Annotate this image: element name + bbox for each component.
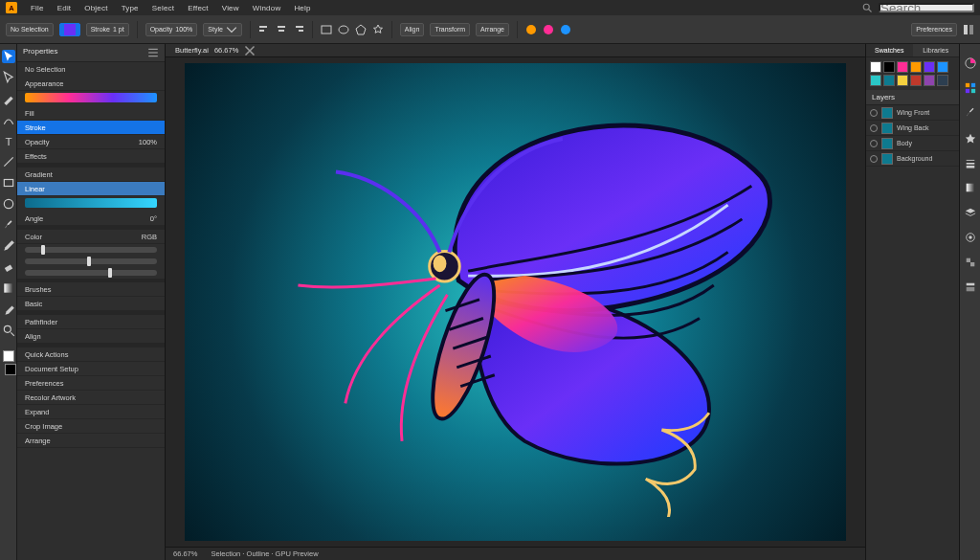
- fill-row[interactable]: Fill: [17, 106, 165, 121]
- symbols-panel-icon[interactable]: [965, 132, 976, 144]
- panel-menu-icon[interactable]: [147, 47, 159, 58]
- search-input[interactable]: [879, 3, 974, 12]
- qa-arrange[interactable]: Arrange: [17, 434, 165, 448]
- menu-effect[interactable]: Effect: [188, 4, 209, 12]
- layers-header[interactable]: Layers: [866, 90, 959, 105]
- tool-zoom[interactable]: [2, 324, 15, 337]
- tool-eyedropper[interactable]: [2, 302, 15, 316]
- arrange-chip[interactable]: Arrange: [476, 23, 509, 36]
- menu-select[interactable]: Select: [152, 4, 174, 12]
- quick-actions-header-row[interactable]: Quick Actions: [17, 347, 165, 362]
- swatch[interactable]: [910, 61, 922, 73]
- gradient-header-row[interactable]: Gradient: [17, 168, 165, 182]
- properties-panel-icon[interactable]: [965, 281, 976, 293]
- pathfinder-header-row[interactable]: Pathfinder: [17, 315, 165, 329]
- layer-row[interactable]: Background: [866, 151, 959, 167]
- qa-doc-setup[interactable]: Document Setup: [17, 362, 165, 376]
- document-tab[interactable]: Butterfly.ai 66.67%: [166, 44, 865, 57]
- close-tab-icon[interactable]: [244, 45, 256, 56]
- swatch[interactable]: [937, 61, 948, 73]
- swatch[interactable]: [870, 75, 881, 86]
- tab-libraries[interactable]: Libraries: [913, 44, 960, 56]
- layer-row[interactable]: Body: [866, 136, 959, 151]
- visibility-toggle-icon[interactable]: [870, 124, 878, 132]
- opacity-row[interactable]: Opacity100%: [17, 135, 165, 149]
- tool-pencil[interactable]: [2, 239, 15, 253]
- gradient-angle-row[interactable]: Angle0°: [17, 212, 165, 226]
- color-b-slider[interactable]: [25, 270, 157, 276]
- menu-window[interactable]: Window: [253, 4, 281, 12]
- swatch[interactable]: [897, 75, 908, 86]
- opacity-chip[interactable]: Opacity100%: [145, 23, 198, 36]
- visibility-toggle-icon[interactable]: [870, 140, 878, 147]
- workspace-switch-icon[interactable]: [963, 24, 974, 35]
- swatch[interactable]: [883, 61, 895, 73]
- align-left-icon[interactable]: [258, 24, 270, 35]
- align-center-icon[interactable]: [276, 24, 287, 35]
- align-header-row[interactable]: Align: [17, 329, 165, 344]
- gradient-preview-bar[interactable]: [25, 93, 157, 102]
- effects-row[interactable]: Effects: [17, 149, 165, 164]
- qa-recolor[interactable]: Recolor Artwork: [17, 391, 165, 405]
- shape-star-icon[interactable]: [372, 24, 384, 35]
- preferences-chip[interactable]: Preferences: [911, 23, 957, 36]
- swatch[interactable]: [897, 61, 908, 73]
- layer-row[interactable]: Wing Front: [866, 105, 959, 121]
- color-header-row[interactable]: ColorRGB: [17, 230, 165, 244]
- style-chip[interactable]: Style: [203, 23, 242, 36]
- tool-type[interactable]: T: [2, 134, 15, 147]
- qa-expand[interactable]: Expand: [17, 405, 165, 419]
- color-blue-icon[interactable]: [560, 24, 571, 35]
- layer-row[interactable]: Wing Back: [866, 121, 959, 136]
- tool-brush[interactable]: [2, 218, 15, 232]
- properties-panel-header[interactable]: Properties: [17, 44, 165, 62]
- swatches-panel-icon[interactable]: [965, 82, 976, 94]
- layers-panel-icon[interactable]: [965, 207, 976, 218]
- fill-swatch-chip[interactable]: [59, 23, 80, 36]
- swatch[interactable]: [910, 75, 922, 86]
- transform-chip[interactable]: Transform: [430, 23, 470, 36]
- align-right-icon[interactable]: [293, 24, 304, 35]
- visibility-toggle-icon[interactable]: [870, 109, 878, 117]
- shape-rect-icon[interactable]: [321, 24, 332, 35]
- swatch[interactable]: [870, 61, 881, 73]
- swatch[interactable]: [924, 75, 935, 86]
- stroke-row[interactable]: Stroke: [17, 121, 165, 135]
- menu-help[interactable]: Help: [294, 4, 310, 12]
- brushes-panel-icon[interactable]: [965, 107, 976, 119]
- tool-pen[interactable]: [2, 92, 15, 105]
- stroke-chip[interactable]: Stroke1 pt: [86, 23, 129, 36]
- foreground-color-swatch[interactable]: [3, 350, 14, 362]
- brushes-header-row[interactable]: Brushes: [17, 282, 165, 297]
- appearance-panel-icon[interactable]: [965, 232, 976, 243]
- color-panel-icon[interactable]: [965, 57, 976, 69]
- menu-file[interactable]: File: [31, 4, 44, 12]
- qa-crop[interactable]: Crop Image: [17, 419, 165, 434]
- color-g-slider[interactable]: [25, 258, 157, 264]
- doc-profile-chip[interactable]: No Selection: [6, 23, 54, 36]
- menu-edit[interactable]: Edit: [57, 4, 72, 12]
- swatch[interactable]: [937, 75, 948, 86]
- tool-eraser[interactable]: [2, 260, 15, 274]
- menu-type[interactable]: Type: [122, 4, 139, 12]
- appearance-header-row[interactable]: Appearance: [17, 77, 165, 91]
- tool-gradient[interactable]: [2, 281, 15, 295]
- color-r-slider[interactable]: [25, 247, 157, 253]
- tab-swatches[interactable]: Swatches: [866, 44, 913, 56]
- tool-ellipse[interactable]: [2, 197, 15, 211]
- canvas-viewport[interactable]: [166, 57, 865, 547]
- shape-ellipse-icon[interactable]: [338, 24, 349, 35]
- color-orange-icon[interactable]: [525, 24, 537, 35]
- brushes-preset-row[interactable]: Basic: [17, 297, 165, 311]
- swatch[interactable]: [883, 75, 895, 86]
- tool-rectangle[interactable]: [2, 176, 15, 190]
- gradient-slider[interactable]: [25, 198, 157, 208]
- menu-object[interactable]: Object: [84, 4, 107, 12]
- visibility-toggle-icon[interactable]: [870, 155, 878, 163]
- shape-polygon-icon[interactable]: [355, 24, 367, 35]
- transparency-panel-icon[interactable]: [965, 257, 976, 268]
- swatch[interactable]: [924, 61, 935, 73]
- gradient-type-row[interactable]: Linear: [17, 182, 165, 196]
- tool-curvature[interactable]: [2, 113, 15, 126]
- stroke-panel-icon[interactable]: [965, 157, 976, 168]
